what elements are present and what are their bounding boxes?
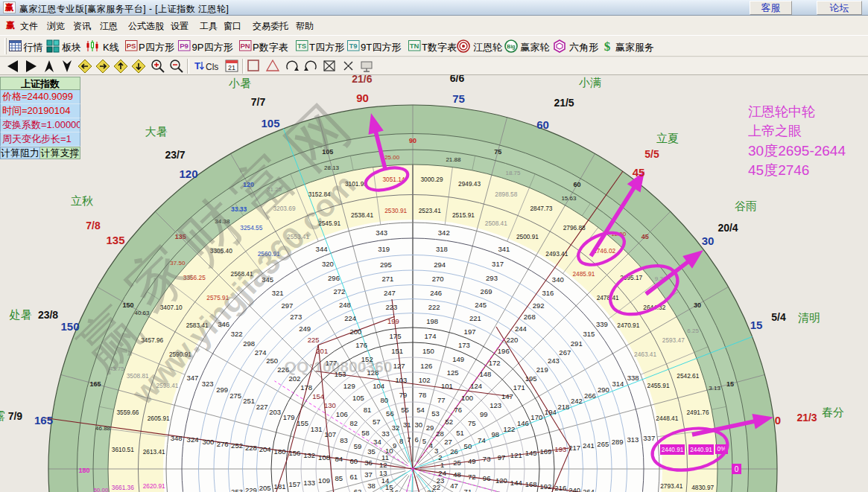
svg-text:218: 218 [557,403,569,411]
svg-text:108: 108 [318,453,330,461]
svg-text:248: 248 [339,301,351,309]
svg-text:132: 132 [303,451,315,459]
svg-text:194: 194 [545,408,557,416]
svg-text:5/5: 5/5 [644,148,659,160]
svg-text:289: 289 [612,438,624,446]
svg-text:51: 51 [456,429,464,437]
svg-text:295: 295 [380,261,392,269]
svg-text:TS: TS [297,42,306,50]
svg-text:24: 24 [438,469,446,477]
svg-text:299: 299 [216,386,228,394]
svg-text:220: 220 [506,336,518,344]
svg-text:103: 103 [395,376,407,384]
svg-text:T: T [194,60,200,71]
svg-text:338: 338 [627,374,639,382]
svg-text:15: 15 [726,380,734,388]
svg-text:90: 90 [356,92,369,104]
svg-text:154: 154 [312,392,324,400]
svg-text:223: 223 [385,303,397,311]
svg-text:35: 35 [367,447,376,456]
svg-text:340: 340 [552,275,564,284]
svg-text:2508.41: 2508.41 [485,220,507,227]
svg-text:268: 268 [524,313,536,321]
svg-text:105: 105 [261,117,279,130]
svg-text:清明: 清明 [798,311,820,324]
svg-text:4830.97: 4830.97 [691,484,714,491]
svg-text:267: 267 [559,348,571,357]
svg-text:15: 15 [750,319,763,331]
svg-text:18.75: 18.75 [505,170,521,176]
svg-text:23: 23 [437,476,445,485]
svg-text:175: 175 [390,332,402,340]
svg-text:348: 348 [171,434,183,442]
svg-text:129: 129 [343,382,355,390]
svg-text:3610.51: 3610.51 [112,446,134,453]
svg-text:148: 148 [479,370,491,378]
svg-text:56: 56 [386,409,394,418]
svg-text:173: 173 [458,341,470,349]
svg-text:276: 276 [217,440,229,448]
svg-text:120: 120 [495,476,507,485]
svg-text:38: 38 [367,482,376,490]
svg-text:小满: 小满 [578,76,601,89]
svg-text:224: 224 [344,314,356,322]
svg-text:TN: TN [410,42,419,50]
svg-text:30: 30 [694,301,701,309]
svg-text:7: 7 [407,435,411,444]
svg-text:251: 251 [243,397,255,405]
svg-text:2440.91: 2440.91 [690,447,712,453]
svg-text:221: 221 [469,314,481,322]
svg-text:228: 228 [245,444,257,452]
svg-text:250: 250 [266,357,278,365]
svg-text:3000.29: 3000.29 [421,176,443,183]
svg-text:150: 150 [60,320,79,333]
svg-text:126: 126 [420,362,432,370]
svg-text:217: 217 [568,444,580,452]
svg-text:3559.66: 3559.66 [116,409,139,416]
svg-text:2485.91: 2485.91 [572,270,595,278]
svg-text:54: 54 [416,406,425,414]
svg-text:170: 170 [530,413,542,421]
svg-text:337: 337 [643,434,655,442]
svg-text:106: 106 [336,410,348,418]
svg-text:200: 200 [350,328,362,336]
svg-text:243: 243 [548,357,560,365]
svg-text:12: 12 [379,461,387,469]
svg-text:125: 125 [447,368,459,377]
svg-text:197: 197 [464,328,476,336]
svg-text:204: 204 [259,445,271,453]
svg-text:2440.91: 2440.91 [662,447,684,453]
svg-text:168: 168 [525,480,537,488]
svg-text:62: 62 [354,488,362,492]
svg-text:292: 292 [533,301,545,310]
svg-text:21/6: 21/6 [352,75,372,85]
svg-text:26: 26 [450,447,458,456]
svg-text:75: 75 [494,148,501,156]
svg-text:25: 25 [453,459,461,467]
svg-text:169: 169 [540,447,552,456]
svg-text:$: $ [604,39,611,54]
svg-text:2448.41: 2448.41 [656,415,678,422]
svg-text:21.88: 21.88 [446,156,461,163]
svg-text:201: 201 [316,347,328,355]
svg-text:31: 31 [403,421,411,429]
svg-text:0: 0 [775,414,781,426]
svg-text:30: 30 [702,234,715,247]
svg-text:76: 76 [454,406,463,414]
svg-text:342: 342 [438,229,450,237]
svg-text:157: 157 [288,480,300,488]
svg-text:120: 120 [179,167,197,180]
svg-text:48: 48 [453,470,461,479]
svg-text:192: 192 [540,482,552,491]
svg-text:3: 3 [434,447,438,455]
svg-text:339: 339 [596,320,608,328]
svg-text:272: 272 [334,287,346,295]
svg-text:45: 45 [642,233,649,240]
svg-text:2455.91: 2455.91 [647,382,670,389]
svg-text:77: 77 [437,396,446,404]
svg-text:107: 107 [324,430,336,438]
svg-text:23/7: 23/7 [165,149,185,161]
svg-text:6: 6 [415,435,419,444]
svg-text:30: 30 [415,421,423,429]
svg-text:317: 317 [492,260,504,268]
